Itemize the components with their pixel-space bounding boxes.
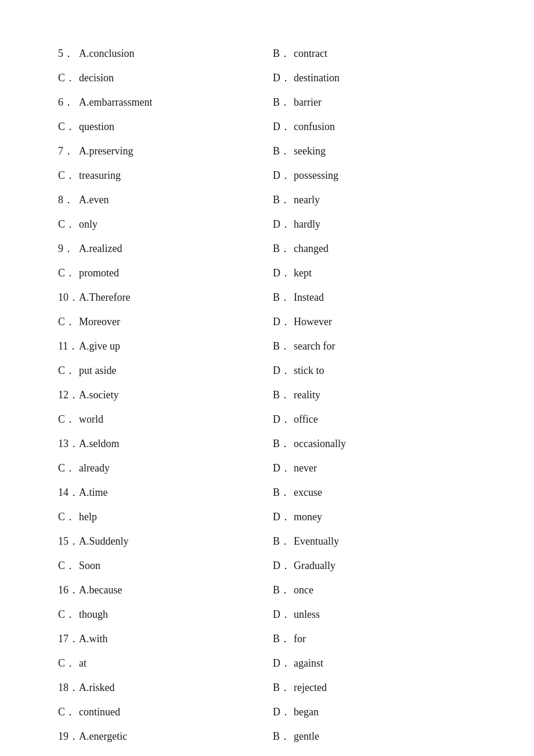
- item-number: D．: [273, 705, 294, 719]
- left-col: 5．A.conclusion: [58, 46, 267, 60]
- list-item: C．helpD．money: [58, 510, 476, 524]
- list-item: C．thoughD．unless: [58, 607, 476, 621]
- item-number: B．: [273, 632, 294, 646]
- left-col: 15．A.Suddenly: [58, 534, 267, 548]
- item-label: A.give up: [79, 340, 120, 352]
- item-number: B．: [273, 681, 294, 694]
- item-number: 9．: [58, 242, 79, 255]
- left-col: 7．A.preserving: [58, 144, 267, 158]
- item-number: 13．: [58, 437, 79, 451]
- item-number: C．: [58, 461, 79, 475]
- list-item: C．continuedD．began: [58, 705, 476, 719]
- item-label: changed: [294, 243, 329, 255]
- item-number: D．: [273, 656, 294, 670]
- left-col: C．already: [58, 461, 267, 475]
- item-number: 18．: [58, 681, 79, 694]
- list-item: C．questionD．confusion: [58, 120, 476, 134]
- list-item: 18．A.riskedB．rejected: [58, 681, 476, 694]
- item-label: only: [79, 218, 98, 231]
- list-item: 14．A.timeB．excuse: [58, 485, 476, 499]
- right-col: D．stick to: [267, 363, 476, 377]
- item-number: D．: [273, 217, 294, 231]
- left-col: C．help: [58, 510, 267, 524]
- item-label: A.Suddenly: [79, 535, 129, 548]
- list-item: C．MoreoverD．However: [58, 315, 476, 329]
- item-label: A.society: [79, 389, 118, 401]
- right-col: B．once: [267, 583, 476, 597]
- right-col: D．office: [267, 412, 476, 426]
- item-number: C．: [58, 217, 79, 231]
- list-item: C．SoonD．Gradually: [58, 559, 476, 573]
- right-col: D．against: [267, 656, 476, 670]
- item-label: help: [79, 511, 97, 523]
- item-label: gentle: [294, 730, 319, 743]
- right-col: D．Gradually: [267, 559, 476, 573]
- right-col: D．confusion: [267, 120, 476, 134]
- item-label: hardly: [294, 218, 320, 231]
- item-number: 14．: [58, 485, 79, 499]
- item-number: D．: [273, 607, 294, 621]
- right-col: D．possessing: [267, 168, 476, 182]
- item-number: 11．: [58, 339, 79, 353]
- item-label: already: [79, 462, 110, 474]
- right-col: B．for: [267, 632, 476, 646]
- item-label: nearly: [294, 194, 320, 206]
- item-number: B．: [273, 388, 294, 402]
- item-number: B．: [273, 46, 294, 60]
- list-item: 15．A.SuddenlyB．Eventually: [58, 534, 476, 548]
- list-item: C．promotedD．kept: [58, 266, 476, 280]
- item-label: Eventually: [294, 535, 339, 548]
- item-label: stick to: [294, 365, 324, 377]
- left-col: C．though: [58, 607, 267, 621]
- item-label: barrier: [294, 96, 322, 109]
- item-label: Instead: [294, 291, 324, 304]
- item-label: possessing: [294, 170, 338, 182]
- list-item: C．optimisticD．wealthy: [58, 754, 476, 756]
- item-number: B．: [273, 242, 294, 255]
- left-col: 18．A.risked: [58, 681, 267, 694]
- item-label: unless: [294, 609, 320, 621]
- item-label: decision: [79, 72, 114, 84]
- left-col: C．only: [58, 217, 267, 231]
- item-number: 5．: [58, 46, 79, 60]
- list-item: 5．A.conclusionB．contract: [58, 46, 476, 60]
- left-col: 6．A.embarrassment: [58, 95, 267, 109]
- right-col: B．seeking: [267, 144, 476, 158]
- list-item: 19．A.energeticB．gentle: [58, 729, 476, 743]
- left-col: C．question: [58, 120, 267, 134]
- item-number: C．: [58, 559, 79, 573]
- item-label: occasionally: [294, 438, 346, 450]
- item-label: A.conclusion: [79, 48, 134, 60]
- right-col: D．money: [267, 510, 476, 524]
- right-col: D．destination: [267, 71, 476, 85]
- right-col: D．wealthy: [267, 754, 476, 756]
- item-label: A.embarrassment: [79, 96, 152, 109]
- right-col: B．rejected: [267, 681, 476, 694]
- list-item: 9．A.realizedB．changed: [58, 242, 476, 255]
- right-col: D．began: [267, 705, 476, 719]
- left-col: C．treasuring: [58, 168, 267, 182]
- left-col: 14．A.time: [58, 485, 267, 499]
- list-item: 7．A.preservingB．seeking: [58, 144, 476, 158]
- item-number: C．: [58, 71, 79, 85]
- item-label: never: [294, 462, 317, 474]
- left-col: 16．A.because: [58, 583, 267, 597]
- item-label: put aside: [79, 365, 117, 377]
- item-number: D．: [273, 168, 294, 182]
- item-label: kept: [294, 267, 312, 279]
- item-label: office: [294, 413, 318, 426]
- item-number: D．: [273, 559, 294, 573]
- left-col: C．promoted: [58, 266, 267, 280]
- item-label: against: [294, 657, 323, 669]
- item-label: Soon: [79, 560, 100, 572]
- left-col: C．put aside: [58, 363, 267, 377]
- item-label: money: [294, 511, 322, 523]
- item-number: C．: [58, 315, 79, 329]
- list-item: 6．A.embarrassmentB．barrier: [58, 95, 476, 109]
- left-col: C．decision: [58, 71, 267, 85]
- item-label: confusion: [294, 121, 335, 133]
- left-col: 12．A.society: [58, 388, 267, 402]
- item-number: 7．: [58, 144, 79, 158]
- item-label: though: [79, 609, 108, 621]
- list-item: C．alreadyD．never: [58, 461, 476, 475]
